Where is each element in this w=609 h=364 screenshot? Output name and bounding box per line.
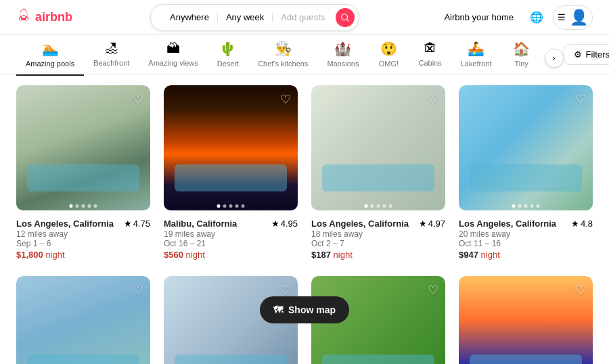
search-dates[interactable]: Any week — [218, 13, 273, 22]
listing-location: Los Angeles, California — [311, 219, 409, 229]
listing-distance: 12 miles away — [16, 229, 150, 239]
listing-title-row: Los Angeles, California ★ 4.97 — [311, 219, 445, 229]
image-dots — [512, 204, 540, 208]
star-icon: ★ — [124, 219, 132, 229]
wishlist-button[interactable]: ♡ — [575, 283, 586, 298]
wishlist-button[interactable]: ♡ — [428, 283, 438, 298]
category-amazing-views[interactable]: 🏔 Amazing views — [139, 41, 207, 75]
globe-icon: 🌐 — [530, 11, 543, 24]
star-icon: ★ — [419, 219, 427, 229]
hamburger-icon: ☰ — [558, 12, 566, 22]
listing-distance: 19 miles away — [164, 229, 298, 239]
category-beachfront[interactable]: 🏖 Beachfront — [84, 41, 139, 75]
dot — [242, 204, 245, 208]
listing-card[interactable]: ♡ Los Angeles, California ★ 4.97 18 mile… — [311, 85, 445, 263]
listing-location: Malibu, California — [164, 219, 237, 229]
dot — [94, 204, 97, 208]
listing-card[interactable]: ♡ Los Angeles, California ★ 4.9 15 miles… — [16, 276, 150, 364]
listing-image-wrap: ♡ — [311, 85, 445, 213]
user-avatar-icon: 👤 — [570, 9, 588, 26]
dot — [537, 204, 540, 208]
dot — [235, 204, 239, 208]
listing-rating: ★ 4.97 — [419, 219, 445, 229]
listing-image — [16, 276, 150, 364]
tiny-label: Tiny — [514, 60, 528, 68]
search-bar: Anywhere Any week Add guests — [150, 4, 359, 31]
listing-location: Los Angeles, California — [16, 219, 114, 229]
listing-card[interactable]: ♡ Los Angeles, California ★ 4.75 12 mile… — [16, 85, 150, 263]
category-omg[interactable]: 😲 OMG! — [368, 41, 409, 76]
listing-dates: Oct 16 – 21 — [164, 239, 298, 248]
listing-title-row: Los Angeles, California ★ 4.75 — [16, 219, 150, 229]
listing-image — [459, 85, 593, 210]
dot — [70, 204, 73, 208]
dot — [518, 204, 522, 208]
wishlist-button[interactable]: ♡ — [280, 283, 291, 298]
map-icon: 🗺 — [273, 304, 283, 315]
listing-distance: 18 miles away — [311, 229, 445, 239]
wishlist-button[interactable]: ♡ — [133, 283, 143, 298]
category-mansions[interactable]: 🏰 Mansions — [317, 41, 368, 76]
category-lakefront[interactable]: 🚣 Lakefront — [451, 41, 501, 76]
listing-info: Los Angeles, California ★ 4.8 20 miles a… — [459, 213, 593, 263]
amazing-pools-icon: 🏊 — [42, 41, 59, 57]
show-map-button[interactable]: 🗺 Show map — [260, 296, 349, 323]
listing-image — [459, 276, 593, 364]
wishlist-button[interactable]: ♡ — [280, 92, 291, 107]
dot — [82, 204, 85, 208]
filters-label: Filters — [586, 49, 609, 60]
listing-location: Los Angeles, California — [459, 219, 556, 229]
amazing-pools-label: Amazing pools — [26, 60, 74, 68]
dot — [389, 204, 392, 208]
listing-price: $947 night — [459, 250, 593, 260]
listing-rating: ★ 4.75 — [124, 219, 150, 229]
listing-image — [164, 85, 298, 210]
listing-card[interactable]: ♡ Los Angeles, California ★ 4.88 17 mile… — [459, 276, 593, 364]
listing-card[interactable]: ♡ Los Angeles, California ★ 4.8 20 miles… — [459, 85, 593, 263]
dot — [229, 204, 233, 208]
dot — [524, 204, 528, 208]
category-amazing-pools[interactable]: 🏊 Amazing pools — [16, 41, 84, 76]
header: airbnb Anywhere Any week Add guests Airb… — [0, 0, 609, 35]
category-desert[interactable]: 🌵 Desert — [208, 41, 248, 76]
category-tiny[interactable]: 🏠 Tiny — [501, 41, 542, 76]
dot — [512, 204, 516, 208]
cabins-label: Cabins — [418, 59, 441, 67]
listing-card[interactable]: ♡ Malibu, California ★ 4.95 19 miles awa… — [164, 85, 298, 263]
dot — [383, 204, 386, 208]
category-scroll-right-button[interactable]: › — [545, 49, 564, 68]
listing-rating: ★ 4.95 — [271, 219, 298, 229]
image-dots — [217, 204, 245, 208]
listing-image-wrap: ♡ — [16, 85, 150, 213]
listing-dates: Oct 11 – 16 — [459, 239, 593, 248]
desert-label: Desert — [217, 60, 239, 68]
listing-image — [311, 85, 445, 210]
airbnb-home-link[interactable]: Airbnb your home — [437, 8, 520, 26]
category-cabins[interactable]: 🏚 Cabins — [409, 41, 451, 75]
search-button[interactable] — [336, 8, 355, 27]
mansions-icon: 🏰 — [334, 41, 351, 57]
logo[interactable]: airbnb — [16, 8, 72, 27]
omg-icon: 😲 — [380, 41, 397, 57]
beachfront-icon: 🏖 — [105, 41, 118, 56]
dot — [217, 204, 221, 208]
mansions-label: Mansions — [327, 60, 359, 68]
chefs-kitchens-label: Chef's kitchens — [258, 60, 308, 68]
category-chefs-kitchens[interactable]: 👨‍🍳 Chef's kitchens — [248, 41, 317, 76]
listing-price: $1,800 night — [16, 250, 150, 260]
user-menu-button[interactable]: ☰ 👤 — [553, 5, 593, 30]
listing-image-wrap: ♡ — [459, 85, 593, 213]
filters-button[interactable]: ⚙ Filters — [564, 44, 609, 65]
search-location[interactable]: Anywhere — [162, 13, 218, 22]
beachfront-label: Beachfront — [93, 59, 129, 67]
dot — [76, 204, 79, 208]
globe-icon-button[interactable]: 🌐 — [526, 7, 547, 28]
dot — [377, 204, 380, 208]
wishlist-button[interactable]: ♡ — [575, 92, 586, 107]
search-guests[interactable]: Add guests — [273, 13, 333, 22]
dot — [88, 204, 91, 208]
filter-icon: ⚙ — [574, 49, 582, 60]
wishlist-button[interactable]: ♡ — [428, 92, 438, 107]
listing-title-row: Los Angeles, California ★ 4.8 — [459, 219, 593, 229]
wishlist-button[interactable]: ♡ — [133, 92, 143, 107]
